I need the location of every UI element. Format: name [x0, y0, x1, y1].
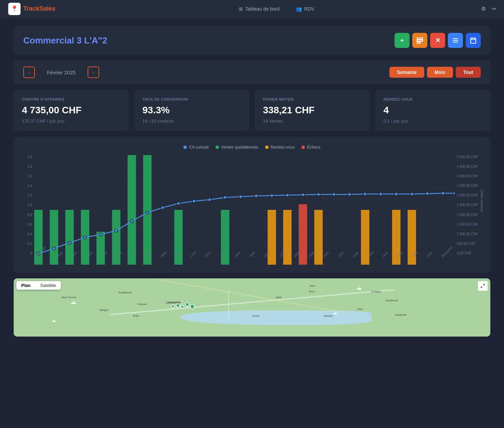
nav-rdv-label: RDV	[304, 6, 314, 12]
svg-point-57	[332, 193, 336, 196]
fullscreen-button[interactable]	[478, 281, 488, 291]
legend-rdv-label: Rendez-vous	[271, 145, 295, 150]
svg-point-41	[83, 236, 87, 239]
page-header: Commercial 3 L'A"2 + ✕	[14, 26, 490, 55]
y-axis-right: 5 000,00 CHF 4 500,00 CHF 4 000,00 CHF 3…	[455, 155, 482, 265]
map-section: Plan Satellite Lausanne Morges Bulle Bro…	[14, 278, 490, 337]
delete-button[interactable]: ✕	[430, 33, 445, 48]
nav-tableau-bord[interactable]: ⊞ Tableau de bord	[236, 5, 282, 13]
legend-dot-yellow	[265, 146, 269, 149]
semaine-button[interactable]: Semaine	[389, 67, 424, 78]
map-label-saanen: Saanen	[323, 314, 333, 317]
stat-card-conversion: TAUX DE CONVERSION 93.3% 14 / 15 contact…	[134, 90, 249, 131]
stat-conv-label: TAUX DE CONVERSION	[142, 97, 241, 101]
map-label-crissier: Crissier	[138, 303, 147, 306]
logout-icon[interactable]: ↪	[491, 5, 496, 12]
svg-point-63	[426, 192, 429, 195]
map-label-jaun: Jaun	[309, 284, 315, 287]
svg-point-61	[395, 192, 398, 196]
stat-rdv-label: RENDEZ-VOUS	[384, 97, 482, 101]
main-container: Commercial 3 L'A"2 + ✕	[0, 18, 504, 345]
period-buttons: Semaine Mois Tout	[389, 67, 481, 78]
chart-area: 01/02/2025 02/02 03/02 04/02 05/02 06/02…	[34, 155, 455, 265]
map-road-3	[228, 290, 229, 319]
svg-point-48	[192, 200, 196, 203]
stat-card-panier: PANIER MOYEN 338,21 CHF 14 Ventes	[255, 90, 370, 131]
mois-button[interactable]: Mois	[427, 67, 453, 78]
map-pin-4	[170, 304, 175, 309]
map-mountain-icon-3: ⛰	[52, 318, 56, 323]
page-title: Commercial 3 L'A"2	[23, 35, 107, 46]
svg-point-42	[99, 233, 102, 236]
svg-point-60	[379, 192, 383, 196]
prev-period-button[interactable]: ‹	[23, 66, 35, 78]
map-water	[181, 311, 371, 325]
chart-section: CA cumulé Ventes quotidiennes Rendez-vou…	[14, 137, 490, 273]
stat-conv-sub: 14 / 15 contacts	[142, 118, 241, 124]
svg-point-43	[115, 229, 118, 232]
stat-panier-label: PANIER MOYEN	[263, 97, 362, 101]
nav-tableau-label: Tableau de bord	[245, 6, 280, 12]
svg-line-66	[483, 284, 484, 286]
stat-rdv-value: 4	[384, 105, 482, 116]
map-mountain-icon-4: ⛰	[333, 311, 337, 315]
map-tab-plan[interactable]: Plan	[16, 281, 35, 290]
svg-rect-2	[417, 42, 421, 43]
svg-point-53	[270, 194, 273, 197]
list-button[interactable]	[448, 33, 463, 48]
map-pin-main	[189, 303, 196, 310]
legend-ventes: Ventes quotidiennes	[216, 145, 258, 150]
svg-point-51	[239, 195, 243, 198]
chart-svg	[34, 155, 455, 265]
next-period-button[interactable]: ›	[88, 66, 99, 78]
tout-button[interactable]: Tout	[456, 67, 481, 78]
stat-card-ca: CHIFFRE D'AFFAIRES 4 735,00 CHF 175,37 C…	[14, 90, 129, 131]
legend-rendez-vous: Rendez-vous	[265, 145, 295, 150]
brand-name: TrackSales	[23, 5, 55, 12]
legend-echecs-label: Échecs	[307, 145, 320, 150]
settings-icon[interactable]: ⚙	[481, 5, 486, 12]
calendar-button[interactable]	[466, 33, 481, 48]
prev-icon: ‹	[28, 70, 30, 75]
map-pin-2	[184, 301, 190, 307]
main-nav: ⊞ Tableau de bord 👥 RDV	[72, 5, 481, 13]
navbar: 📍 TrackSales ⊞ Tableau de bord 👥 RDV ⚙ ↪	[0, 0, 504, 18]
current-period-label: Février 2025	[39, 70, 83, 75]
svg-point-55	[301, 193, 305, 196]
svg-point-45	[146, 211, 149, 214]
date-nav: ‹ Février 2025 ›	[23, 66, 99, 78]
nav-rdv[interactable]: 👥 RDV	[293, 5, 317, 13]
svg-point-64	[441, 192, 445, 195]
map-tab-satellite[interactable]: Satellite	[35, 281, 61, 290]
stat-ca-sub: 175,37 CHF / par jour	[22, 118, 120, 124]
svg-rect-0	[417, 38, 423, 39]
svg-point-49	[208, 198, 211, 201]
svg-rect-1	[417, 40, 423, 41]
stat-rdv-sub: 0.1 / par jour	[384, 118, 482, 124]
svg-point-58	[348, 193, 351, 196]
map-mountain-icon-1: ⛰	[71, 299, 76, 305]
svg-rect-6	[471, 38, 476, 43]
edit-button[interactable]	[412, 33, 427, 48]
tableau-icon: ⊞	[239, 6, 243, 12]
stat-ca-value: 4 735,00 CHF	[22, 105, 120, 116]
add-button[interactable]: +	[395, 33, 410, 48]
navbar-actions: ⚙ ↪	[481, 5, 496, 12]
svg-point-39	[52, 247, 56, 250]
map-label-frutigen: Frutigen	[371, 290, 381, 293]
svg-point-46	[161, 206, 165, 209]
svg-point-47	[177, 202, 180, 205]
map-label-rolle: Rolle	[133, 314, 139, 317]
stat-panier-value: 338,21 CHF	[263, 105, 362, 116]
svg-point-40	[68, 241, 71, 244]
svg-point-59	[363, 192, 367, 196]
next-icon: ›	[93, 70, 94, 75]
stat-cards: CHIFFRE D'AFFAIRES 4 735,00 CHF 175,37 C…	[14, 90, 490, 131]
svg-rect-27	[128, 155, 136, 265]
brand-logo-icon: 📍	[8, 3, 21, 15]
map-mountain-icon-2: ⛰	[357, 285, 362, 291]
stat-card-rdv: RENDEZ-VOUS 4 0.1 / par jour	[375, 90, 490, 131]
header-actions: + ✕	[395, 33, 481, 48]
map-label-broc: Broc	[309, 290, 315, 293]
map-label-gsur: Gsür	[357, 307, 363, 311]
